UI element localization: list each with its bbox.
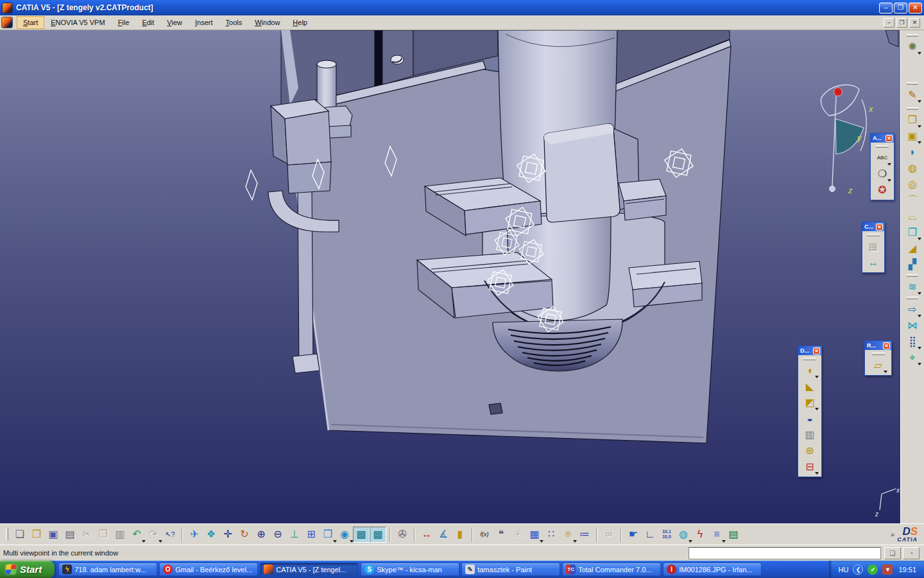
toolbar-grip[interactable]: [907, 34, 918, 37]
menu-help[interactable]: Help: [286, 16, 314, 29]
normal-view-icon[interactable]: ⊥: [286, 527, 303, 543]
dressup-features-toolbar[interactable]: D... ✕ ◖◣◩◒▥⊛⊟: [798, 346, 822, 477]
paste-icon[interactable]: ▥: [112, 527, 128, 543]
solid-combine-icon[interactable]: ▞: [904, 256, 921, 272]
power-input-field[interactable]: [689, 547, 881, 559]
whats-this-help-icon[interactable]: ↖?: [162, 527, 178, 543]
apply-material-icon[interactable]: ◍: [675, 527, 692, 543]
start-button[interactable]: Start: [0, 561, 55, 578]
lock-parameters-icon[interactable]: ⍟: [560, 527, 576, 543]
menu-file[interactable]: File: [112, 16, 136, 29]
text-with-leader-icon[interactable]: ABC: [874, 150, 891, 166]
viewport-3d[interactable]: x y z x z: [0, 30, 900, 523]
toolbar-grip[interactable]: [6, 528, 8, 541]
measure-between-icon[interactable]: ↔: [418, 527, 435, 543]
tray-security-icon[interactable]: ✔: [868, 565, 878, 575]
translation-icon[interactable]: ⇨: [904, 301, 921, 317]
fit-all-in-icon[interactable]: ❖: [203, 527, 219, 543]
shell-icon[interactable]: ◒: [801, 410, 818, 426]
hand-navigation-icon[interactable]: ☛: [625, 527, 642, 543]
language-indicator[interactable]: HU: [839, 566, 849, 574]
print-icon[interactable]: ▤: [62, 527, 78, 543]
fly-mode-icon[interactable]: ✈: [186, 527, 203, 543]
remove-face-icon[interactable]: ⊟: [801, 459, 818, 475]
pocket-icon[interactable]: ▣: [904, 128, 921, 144]
interference-check-icon[interactable]: ϟ: [692, 527, 708, 543]
undo-icon[interactable]: ↶: [128, 527, 145, 543]
clock[interactable]: 19:51: [898, 566, 916, 574]
dialog-expand-button[interactable]: ❏: [884, 547, 901, 559]
groove-icon[interactable]: ◍: [904, 160, 921, 176]
toolbar-grip[interactable]: [907, 82, 918, 85]
taskbar-task-winamp[interactable]: ϟ718. adam lambert:w...: [58, 563, 157, 576]
taskbar-task-opera[interactable]: OGmail - Beérkező level...: [159, 563, 258, 576]
pad-icon[interactable]: ❒: [904, 112, 921, 128]
constraints-toolbar[interactable]: C... ✕ ▦↔: [862, 222, 885, 273]
taskbar-task-paint[interactable]: ✎tamasztek - Paint: [461, 563, 560, 576]
rotate-icon[interactable]: ↻: [236, 527, 253, 543]
snap-to-point-icon[interactable]: 10,1 10,0: [658, 527, 675, 543]
render-style-icon[interactable]: ◉: [336, 527, 353, 543]
restore-button[interactable]: ❐: [894, 3, 907, 13]
mdi-restore-button[interactable]: ❐: [896, 18, 907, 28]
draft-angle-icon[interactable]: ◩: [801, 394, 818, 410]
scaling-icon[interactable]: ⌖: [904, 349, 921, 365]
thread-tap-icon[interactable]: ⊛: [801, 442, 818, 459]
constraints-close-button[interactable]: ✕: [876, 223, 883, 231]
toolbar-overflow-chevron[interactable]: »: [888, 530, 897, 538]
datum-target-icon[interactable]: ✪: [874, 182, 891, 198]
menu-start[interactable]: Start: [17, 16, 44, 29]
taskbar-task-totalcmd[interactable]: TCTotal Commander 7.0...: [562, 563, 661, 576]
workbench-part-design-icon[interactable]: ✺: [904, 39, 921, 55]
taskbar-task-skype[interactable]: SSkype™ - kicsa-man: [361, 563, 459, 576]
close-button[interactable]: ✕: [909, 3, 922, 13]
dropdown-arrow-icon[interactable]: [918, 100, 921, 103]
slot-icon[interactable]: ⌓: [904, 208, 921, 224]
menu-window[interactable]: Window: [248, 16, 286, 29]
toolbar-grip[interactable]: [876, 145, 889, 148]
mirror-icon[interactable]: ⋈: [904, 317, 921, 333]
reference-close-button[interactable]: ✕: [883, 342, 890, 349]
thickness-icon[interactable]: ▥: [801, 426, 818, 442]
reference-elements-toolbar[interactable]: R... ✕ ▱: [864, 340, 892, 376]
flag-note-with-leader-icon[interactable]: ❍: [874, 166, 891, 182]
toolbar-grip[interactable]: [803, 358, 816, 360]
taskbar-task-irfanview[interactable]: IIM001286.JPG - Irfan...: [663, 563, 762, 576]
menu-edit[interactable]: Edit: [135, 16, 160, 29]
multi-view-icon[interactable]: ⊞: [303, 527, 320, 543]
toolbar-grip[interactable]: [907, 274, 918, 277]
toolbar-grip[interactable]: [907, 297, 918, 299]
edge-fillet-icon[interactable]: ◖: [801, 362, 818, 378]
plane-icon[interactable]: ▱: [870, 357, 887, 373]
axis-system-icon[interactable]: ∟: [642, 527, 658, 543]
taskbar-task-catia[interactable]: CATIA V5 - [Z tengel...: [260, 563, 359, 576]
formula-icon[interactable]: f(x): [476, 527, 493, 543]
stiffener-icon[interactable]: ◢: [904, 240, 921, 256]
view-mode-edges-icon[interactable]: ▩: [370, 527, 386, 543]
hole-icon[interactable]: ◎: [904, 176, 921, 192]
menu-view[interactable]: View: [160, 16, 189, 29]
isometric-view-icon[interactable]: ❒: [320, 527, 336, 543]
pan-icon[interactable]: ✛: [219, 527, 236, 543]
dropdown-arrow-icon[interactable]: [815, 472, 819, 475]
mdi-minimize-button[interactable]: –: [884, 18, 894, 28]
annotations-close-button[interactable]: ✕: [886, 135, 893, 142]
shaft-icon[interactable]: ◗: [904, 144, 921, 160]
tray-app-icon[interactable]: ▼: [882, 565, 893, 575]
minimize-button[interactable]: –: [879, 3, 893, 13]
comments-icon[interactable]: ❝: [493, 527, 509, 543]
tray-collapse-icon[interactable]: ❮: [853, 565, 863, 575]
toolbar-grip[interactable]: [872, 353, 885, 355]
power-input-button[interactable]: ◔: [903, 547, 920, 559]
menu-enovia-v5-vpm[interactable]: ENOVIA V5 VPM: [44, 16, 111, 29]
measure-inertia-icon[interactable]: ▮: [452, 527, 468, 543]
zoom-in-icon[interactable]: ⊕: [253, 527, 270, 543]
toolbar-grip[interactable]: [867, 234, 880, 236]
toolbar-grip[interactable]: [907, 107, 918, 110]
view-mode-shading-icon[interactable]: ▩: [353, 527, 370, 543]
rectangular-pattern-icon[interactable]: ⣿: [904, 333, 921, 349]
catia-app-icon[interactable]: [2, 3, 13, 13]
constraint-dimension-icon[interactable]: ↔: [865, 254, 882, 270]
save-icon[interactable]: ▣: [45, 527, 62, 543]
chamfer-icon[interactable]: ◣: [801, 378, 818, 394]
